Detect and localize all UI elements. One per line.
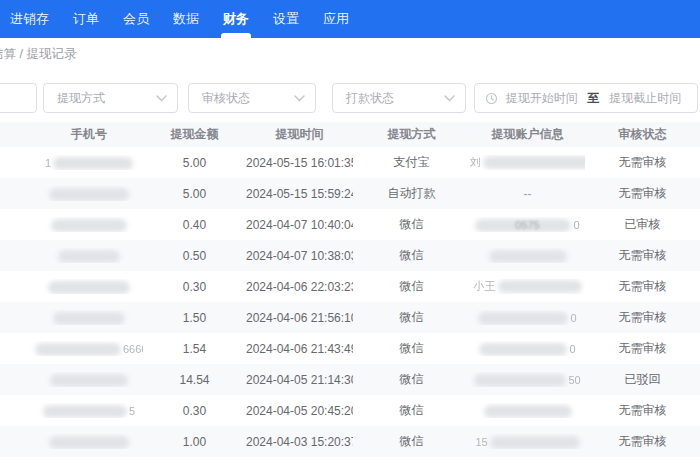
column-header-phone: 手机号 <box>0 126 143 143</box>
cell-time: 2024-05-15 15:59:24 <box>246 187 353 201</box>
redacted-blur <box>479 343 567 356</box>
cell-account: 0 <box>470 310 585 324</box>
top-nav: 进销存订单会员数据财务设置应用 <box>0 0 700 38</box>
cell-phone: 1 <box>0 155 143 169</box>
column-header-status: 审核状态 <box>585 126 700 143</box>
redacted-blur <box>490 436 580 449</box>
cell-account: -- <box>470 186 585 201</box>
cell-time: 2024-04-07 10:40:04 <box>246 218 353 232</box>
cell-account: 刘 <box>470 155 585 170</box>
withdraw-method-select[interactable]: 提现方式 <box>43 83 178 113</box>
redacted-blur <box>498 280 582 293</box>
cell-phone <box>0 434 143 448</box>
table-row: 15.002024-05-15 16:01:35支付宝刘无需审核 <box>0 147 700 178</box>
audit-status-select[interactable]: 审核状态 <box>188 83 316 113</box>
chevron-down-icon <box>444 95 455 102</box>
nav-item[interactable]: 应用 <box>323 0 349 38</box>
cell-account: 小王 <box>470 279 585 294</box>
cell-status: 无需审核 <box>585 340 700 357</box>
cell-amount: 0.30 <box>143 280 246 294</box>
cell-phone <box>0 248 143 262</box>
redacted-blur <box>484 405 572 418</box>
cell-account <box>470 403 585 417</box>
search-input[interactable] <box>0 83 37 113</box>
cell-phone: 66666 <box>0 341 143 355</box>
cell-phone <box>0 217 143 231</box>
column-header-time: 提现时间 <box>246 126 353 143</box>
cell-account: 50 <box>470 372 585 386</box>
cell-phone <box>0 186 143 200</box>
cell-status: 无需审核 <box>585 185 700 202</box>
date-range-picker[interactable]: 提现开始时间 至 提现截止时间 <box>474 83 698 113</box>
cell-method: 微信 <box>353 309 470 326</box>
redacted-blur <box>483 156 585 169</box>
cell-amount: 14.54 <box>143 373 246 387</box>
clock-icon <box>485 92 498 105</box>
cell-method: 自动打款 <box>353 185 470 202</box>
redacted-blur <box>50 374 128 387</box>
table-body: 15.002024-05-15 16:01:35支付宝刘无需审核5.002024… <box>0 147 700 457</box>
cell-status: 无需审核 <box>585 154 700 171</box>
cell-account: 15 <box>470 434 585 448</box>
cell-amount: 1.54 <box>143 342 246 356</box>
table-header: 手机号提现金额提现时间提现方式提现账户信息审核状态 <box>0 122 700 147</box>
cell-method: 微信 <box>353 433 470 450</box>
withdraw-method-placeholder: 提现方式 <box>57 90 105 107</box>
cell-amount: 0.30 <box>143 404 246 418</box>
nav-item[interactable]: 会员 <box>123 0 149 38</box>
cell-time: 2024-04-06 22:03:23 <box>246 280 353 294</box>
cell-method: 微信 <box>353 402 470 419</box>
cell-time: 2024-04-03 15:20:37 <box>246 435 353 449</box>
table-row: 666661.542024-04-06 21:43:49微信0无需审核 <box>0 333 700 364</box>
cell-time: 2024-04-06 21:56:10 <box>246 311 353 325</box>
redacted-blur <box>53 312 125 325</box>
column-header-account: 提现账户信息 <box>470 126 585 143</box>
cell-status: 无需审核 <box>585 433 700 450</box>
redacted-blur <box>53 157 133 170</box>
cell-method: 微信 <box>353 340 470 357</box>
filter-bar: 提现方式 审核状态 打款状态 提现开始时间 至 提现截止时间 <box>0 83 700 113</box>
redacted-blur <box>43 405 127 418</box>
cell-method: 微信 <box>353 216 470 233</box>
cell-status: 已驳回 <box>585 371 700 388</box>
cell-time: 2024-04-05 20:45:20 <box>246 404 353 418</box>
withdraw-records-table: 手机号提现金额提现时间提现方式提现账户信息审核状态 15.002024-05-1… <box>0 122 700 457</box>
date-start-placeholder[interactable]: 提现开始时间 <box>498 90 586 107</box>
table-row: 0.302024-04-06 22:03:23微信小王无需审核 <box>0 271 700 302</box>
cell-time: 2024-05-15 16:01:35 <box>246 156 353 170</box>
redacted-blur <box>478 312 568 325</box>
cell-account: 0 <box>470 341 585 355</box>
chevron-down-icon <box>294 95 305 102</box>
redacted-blur <box>51 219 127 232</box>
audit-status-placeholder: 审核状态 <box>202 90 250 107</box>
redacted-blur <box>49 436 129 449</box>
cell-status: 无需审核 <box>585 278 700 295</box>
cell-method: 微信 <box>353 247 470 264</box>
nav-item[interactable]: 进销存 <box>10 0 49 38</box>
payment-status-placeholder: 打款状态 <box>346 90 394 107</box>
column-header-amount: 提现金额 <box>143 126 246 143</box>
payment-status-select[interactable]: 打款状态 <box>332 83 466 113</box>
cell-amount: 0.50 <box>143 249 246 263</box>
redacted-blur <box>49 188 129 201</box>
cell-time: 2024-04-06 21:43:49 <box>246 342 353 356</box>
nav-item[interactable]: 设置 <box>273 0 299 38</box>
date-range-separator: 至 <box>586 90 602 107</box>
nav-item[interactable]: 财务 <box>223 0 249 38</box>
redacted-blur <box>474 374 566 387</box>
redacted-blur <box>35 343 121 356</box>
cell-status: 已审核 <box>585 216 700 233</box>
cell-phone <box>0 372 143 386</box>
table-row: 14.542024-04-05 21:14:30微信50已驳回 <box>0 364 700 395</box>
cell-method: 微信 <box>353 278 470 295</box>
redacted-blur <box>58 250 120 263</box>
cell-amount: 5.00 <box>143 187 246 201</box>
nav-item[interactable]: 数据 <box>173 0 199 38</box>
cell-time: 2024-04-07 10:38:03 <box>246 249 353 263</box>
chevron-down-icon <box>156 95 167 102</box>
date-end-placeholder[interactable]: 提现截止时间 <box>602 90 690 107</box>
nav-item[interactable]: 订单 <box>73 0 99 38</box>
breadcrumb: 结算 / 提现记录 <box>0 38 700 68</box>
cell-phone: 5 <box>0 403 143 417</box>
cell-status: 无需审核 <box>585 402 700 419</box>
